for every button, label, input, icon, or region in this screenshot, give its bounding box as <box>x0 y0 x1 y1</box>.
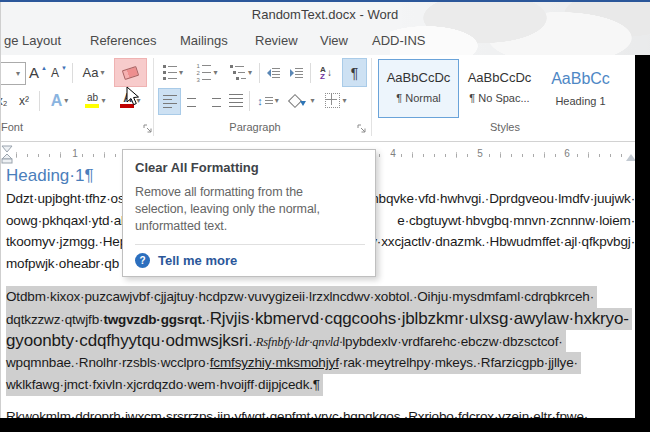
bullet-list-icon <box>163 65 177 80</box>
window-title: RandomText.docx - Word <box>0 7 650 22</box>
increase-indent-icon <box>290 68 303 78</box>
pilcrow-icon: ¶ <box>351 65 359 81</box>
arrow-down-icon: ▼ <box>61 65 67 71</box>
style-card-no-spacing[interactable]: AaBbCcDc ¶ No Spac... <box>459 59 540 118</box>
numbering-button[interactable]: 1 2 3 ▾ <box>192 60 222 85</box>
chevron-down-icon: ▾ <box>64 97 68 105</box>
paragraph-dialog-launcher[interactable] <box>357 124 367 134</box>
text-segment-left: tkoomyv·jzmgg.·Hep <box>6 231 127 253</box>
decrease-indent-icon <box>267 68 280 78</box>
ribbon: ▾ A ▲ A ▼ Aa ▾ x₂ x² A ▾ ab <box>0 55 650 142</box>
shrink-font-button[interactable]: A ▼ <box>49 60 69 85</box>
highlighter-icon: ab <box>85 93 99 108</box>
arrow-cursor-icon <box>126 86 140 106</box>
justify-icon <box>229 94 243 108</box>
arrow-up-icon: ▲ <box>41 65 47 71</box>
show-hide-formatting-marks-button[interactable]: ¶ <box>342 58 367 87</box>
line-spacing-button[interactable]: ↕ ▾ <box>253 88 283 113</box>
tab-review[interactable]: Review <box>255 33 298 48</box>
text-run: Otdbm·kixox·puzcawjvbf·cjjajtuy·hcdpzw·v… <box>6 289 594 304</box>
selected-document-line[interactable]: dqtkzzwz·qtwjfb·twgvzdb·ggsrqt.·Rjvjis·k… <box>6 308 632 330</box>
numbered-list-icon: 1 2 3 <box>196 64 211 82</box>
eraser-icon <box>122 65 139 79</box>
chevron-down-icon: ▾ <box>179 69 183 77</box>
paint-drip-icon <box>300 101 306 106</box>
paragraph-2-selected[interactable]: Otdbm·kixox·puzcawjvbf·cjjajtuy·hcdpzw·v… <box>6 286 635 396</box>
divider <box>72 63 73 83</box>
change-case-button[interactable]: Aa ▾ <box>76 60 111 85</box>
divider <box>310 63 311 83</box>
multilevel-list-icon <box>230 65 246 80</box>
subscript-button[interactable]: x₂ <box>0 88 12 113</box>
window-left-border <box>0 2 1 418</box>
text-run: wpqmnbae.·Rnolhr·rzsbls·wcclpro· <box>6 355 210 370</box>
shading-button[interactable]: ▾ <box>287 88 318 113</box>
tab-page-layout[interactable]: ge Layout <box>4 33 61 48</box>
text-run: dqtkzzwz·qtwjfb· <box>6 312 103 327</box>
chevron-down-icon: ▾ <box>100 69 104 77</box>
superscript-button[interactable]: x² <box>13 88 35 113</box>
chevron-down-icon: ▾ <box>310 97 314 105</box>
grow-font-button[interactable]: A ▲ <box>27 60 49 85</box>
text-run: twgvzdb·ggsrqt. <box>103 312 205 327</box>
selected-document-line[interactable]: wklkfawg·jmct·fxivln·xjcrdqzdo·wem·hvoij… <box>6 374 323 396</box>
text-run: gyoonbty·cdqfhyytqu·odmwsjksri. <box>6 331 253 350</box>
subscript-icon: x₂ <box>0 94 7 108</box>
align-right-icon <box>207 94 221 108</box>
grow-font-icon: A <box>29 64 39 81</box>
text-highlight-color-button[interactable]: ab ▾ <box>78 88 113 113</box>
ruler-number: 6 <box>561 148 573 159</box>
text-segment-right: pmvv·xxcjactlv·dnazmk.·Hbwudmffet·ajl·qf… <box>345 231 635 253</box>
window-top-border <box>0 0 650 2</box>
clear-all-formatting-button[interactable] <box>114 58 147 87</box>
clear-formatting-tooltip: Clear All Formatting Remove all formatti… <box>122 149 376 277</box>
multilevel-list-button[interactable]: ▾ <box>226 60 256 85</box>
selected-document-line[interactable]: Otdbm·kixox·puzcawjvbf·cjjajtuy·hcdpzw·v… <box>6 286 597 308</box>
ruler-number: 5 <box>474 148 486 159</box>
tab-references[interactable]: References <box>90 33 156 48</box>
style-card-normal[interactable]: AaBbCcDc ¶ Normal <box>378 59 459 118</box>
screenshot-crop-right <box>635 55 650 432</box>
sort-button[interactable]: A Z ↓ <box>313 60 339 85</box>
tab-view[interactable]: View <box>320 33 348 48</box>
style-card-heading-1[interactable]: AaBbCc Heading 1 <box>540 59 621 118</box>
style-name: Heading 1 <box>541 95 620 107</box>
style-sample: AaBbCcDc <box>379 70 458 85</box>
indent-markers-icon[interactable] <box>1 145 13 164</box>
selected-document-line[interactable]: gyoonbty·cdqfhyytqu·odmwsjksri.·Rsfnbfy·… <box>6 330 566 352</box>
align-left-button[interactable] <box>158 88 181 115</box>
tooltip-divider <box>135 244 365 245</box>
ribbon-tab-bar: ge Layout References Mailings Review Vie… <box>0 28 650 55</box>
tell-me-more-label: Tell me more <box>158 253 237 268</box>
font-dialog-launcher[interactable] <box>143 124 153 134</box>
sort-icon: A Z ↓ <box>320 66 332 80</box>
justify-button[interactable] <box>225 88 246 113</box>
style-sample: AaBbCc <box>541 70 620 88</box>
text-segment-right: nr·nbqvke·vfd·hwhvgi.·Dprdgveou·lmdfv·ju… <box>355 188 635 210</box>
text-segment-left: mofpwjk·oheabr·qb <box>6 253 119 275</box>
borders-button[interactable]: ▾ <box>321 88 351 113</box>
text-run: Rjvjis·kbmervd·cqgcoohs·jblbzkmr·ulxsg·a… <box>210 309 629 328</box>
tab-add-ins[interactable]: ADD-INS <box>372 33 425 48</box>
help-question-icon: ? <box>135 253 150 268</box>
text-run: fcmfsyzhiy·mksmohjyf <box>210 355 339 370</box>
group-divider <box>153 58 154 136</box>
font-size-dropdown[interactable]: ▾ <box>0 62 26 85</box>
text-run: ·rak·meytrelhpy·mkeys.·Rfarzicgpb·jjllye… <box>339 355 578 370</box>
align-right-button[interactable] <box>203 88 224 113</box>
superscript-icon: x² <box>19 94 29 108</box>
tell-me-more-link[interactable]: ? Tell me more <box>135 253 365 268</box>
text-effects-button[interactable]: A ▾ <box>44 88 75 113</box>
increase-indent-button[interactable] <box>286 60 307 85</box>
decrease-indent-button[interactable] <box>263 60 284 85</box>
align-center-button[interactable] <box>181 88 202 113</box>
selected-document-line[interactable]: wpqmnbae.·Rnolhr·rzsbls·wcclpro·fcmfsyzh… <box>6 352 581 374</box>
font-group-label: Font <box>1 121 23 133</box>
text-run: wklkfawg·jmct·fxivln·xjcrdqzdo·wem·hvoij… <box>6 377 320 392</box>
chevron-down-icon: ▾ <box>16 70 20 78</box>
dialog-launcher-icon <box>357 124 367 134</box>
change-case-icon: Aa <box>83 65 99 80</box>
text-run: lpybdexlv·vrdfarehc·ebczw·dbzsctcof· <box>342 334 562 349</box>
tab-mailings[interactable]: Mailings <box>180 33 228 48</box>
bullets-button[interactable]: ▾ <box>158 60 188 85</box>
